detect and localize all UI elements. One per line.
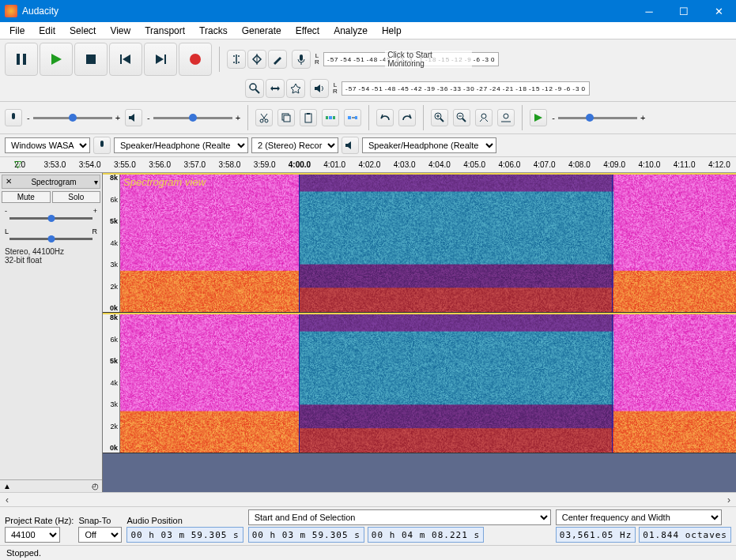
- track-sync-lock-icon[interactable]: ◴: [92, 482, 99, 490]
- zoom-in-button[interactable]: [431, 109, 448, 126]
- track-format-label: Stereo, 44100Hz: [5, 247, 97, 256]
- horizontal-scrollbar[interactable]: ‹ ›: [0, 492, 736, 506]
- snap-to-label: Snap-To: [78, 516, 122, 525]
- menu-analyze[interactable]: Analyze: [327, 24, 374, 38]
- menu-edit[interactable]: Edit: [32, 24, 62, 38]
- spectral-mode-select[interactable]: Center frequency and Width: [556, 509, 722, 525]
- playback-device-select[interactable]: Speaker/Headphone (Realte: [362, 137, 496, 153]
- audio-position-label: Audio Position: [126, 516, 243, 525]
- project-rate-select[interactable]: 44100: [5, 527, 60, 543]
- svg-point-12: [250, 84, 256, 90]
- gain-slider[interactable]: -+: [2, 205, 100, 224]
- timeshift-tool-button[interactable]: [266, 79, 285, 98]
- transport-toolbar: LR -57-54-51-48-45-42-3 Click to Start M…: [0, 39, 736, 80]
- selection-tool-button[interactable]: [227, 50, 246, 69]
- skip-end-button[interactable]: [144, 43, 177, 76]
- playback-volume-slider[interactable]: -+: [147, 113, 240, 122]
- track-menu-dropdown-icon[interactable]: ▾: [94, 178, 98, 186]
- svg-rect-4: [120, 54, 122, 64]
- maximize-button[interactable]: ☐: [666, 0, 701, 22]
- recording-device-select[interactable]: Speaker/Headphone (Realte: [114, 137, 248, 153]
- svg-rect-36: [100, 141, 104, 147]
- track-bitdepth-label: 32-bit float: [5, 256, 97, 265]
- envelope-tool-button[interactable]: [247, 50, 266, 69]
- svg-marker-37: [345, 141, 351, 149]
- record-meter[interactable]: -57-54-51-48-45-42-3 Click to Start Moni…: [323, 52, 499, 66]
- solo-button[interactable]: Solo: [52, 191, 101, 203]
- menu-effect[interactable]: Effect: [289, 24, 326, 38]
- menu-transport[interactable]: Transport: [138, 24, 191, 38]
- mute-button[interactable]: Mute: [2, 191, 51, 203]
- stop-button[interactable]: [74, 43, 108, 76]
- play-at-speed-button[interactable]: [530, 109, 547, 126]
- silence-button[interactable]: [344, 109, 361, 126]
- svg-line-30: [440, 118, 443, 122]
- spectrogram-right[interactable]: [120, 314, 736, 452]
- zoom-out-button[interactable]: [453, 109, 470, 126]
- selection-end-field[interactable]: 00 h 04 m 08.221 s: [368, 527, 484, 543]
- svg-point-33: [481, 114, 486, 118]
- track-collapse-button[interactable]: ▲: [3, 482, 11, 490]
- track-area: ✕ Spectrogram ▾ Mute Solo -+ LR Stereo, …: [0, 173, 736, 492]
- fit-selection-button[interactable]: [475, 109, 493, 126]
- svg-rect-15: [12, 113, 15, 119]
- selection-mode-select[interactable]: Start and End of Selection: [248, 509, 551, 525]
- pan-slider[interactable]: LR: [2, 226, 100, 244]
- scroll-left-button[interactable]: ‹: [0, 494, 14, 506]
- center-frequency-field[interactable]: 03,561.05 Hz: [556, 527, 636, 543]
- spectrogram-left[interactable]: Spectrogram view: [120, 175, 736, 312]
- multi-tool-button[interactable]: [286, 79, 305, 98]
- channel-right: 8k6k5k4k3k2k0k: [103, 313, 736, 453]
- draw-tool-button[interactable]: [268, 50, 287, 69]
- play-button[interactable]: [40, 43, 73, 76]
- record-button[interactable]: [179, 43, 212, 76]
- copy-button[interactable]: [277, 109, 295, 126]
- edit-toolbar: -+ -+ -+: [0, 102, 736, 134]
- skip-start-button[interactable]: [109, 43, 142, 76]
- zoom-tool-button[interactable]: [245, 79, 264, 98]
- audio-position-field[interactable]: 00 h 03 m 59.305 s: [126, 527, 243, 543]
- menu-generate[interactable]: Generate: [236, 24, 288, 38]
- device-toolbar: Windows WASA Speaker/Headphone (Realte 2…: [0, 134, 736, 157]
- fit-project-button[interactable]: [497, 109, 515, 126]
- track-close-button[interactable]: ✕: [4, 177, 13, 186]
- menu-file[interactable]: File: [3, 24, 31, 38]
- app-logo-icon: [5, 5, 17, 17]
- track-view[interactable]: 8k6k5k4k3k2k0k Spectrogram view 8k6k5k4k…: [103, 173, 736, 492]
- speaker-level-icon: [125, 109, 142, 126]
- mic-icon: [292, 50, 311, 69]
- trim-button[interactable]: [322, 109, 339, 126]
- menu-select[interactable]: Select: [63, 24, 102, 38]
- svg-line-32: [462, 118, 466, 122]
- bandwidth-field[interactable]: 01.844 octaves: [639, 527, 731, 543]
- svg-marker-14: [315, 85, 320, 92]
- menu-view[interactable]: View: [104, 24, 137, 38]
- record-volume-slider[interactable]: -+: [27, 113, 120, 122]
- minimize-button[interactable]: ─: [632, 0, 666, 22]
- cut-button[interactable]: [255, 109, 273, 126]
- y-axis-right: 8k6k5k4k3k2k0k: [103, 314, 120, 452]
- close-button[interactable]: ✕: [701, 0, 736, 22]
- menu-tracks[interactable]: Tracks: [193, 24, 234, 38]
- playback-meter[interactable]: -57-54-51-48-45-42-39-36-33-30-27-24-21-…: [342, 81, 590, 96]
- redo-button[interactable]: [398, 109, 416, 126]
- timeline-ruler[interactable]: ▽ 2.03:53.03:54.03:55.03:56.03:57.03:58.…: [0, 157, 736, 173]
- scroll-right-button[interactable]: ›: [722, 494, 736, 506]
- svg-rect-28: [355, 116, 357, 119]
- selection-start-field[interactable]: 00 h 03 m 59.305 s: [248, 527, 364, 543]
- svg-rect-3: [86, 54, 96, 64]
- paste-button[interactable]: [300, 109, 317, 126]
- track-name-label[interactable]: Spectrogram: [31, 178, 76, 186]
- audio-host-select[interactable]: Windows WASA: [5, 137, 90, 153]
- svg-rect-11: [300, 54, 303, 61]
- y-axis-left: 8k6k5k4k3k2k0k: [103, 175, 120, 312]
- svg-rect-1: [23, 54, 26, 65]
- playhead-icon[interactable]: ▽: [14, 159, 21, 170]
- snap-to-select[interactable]: Off: [78, 527, 122, 543]
- recording-channels-select[interactable]: 2 (Stereo) Recor: [251, 137, 338, 153]
- menu-help[interactable]: Help: [376, 24, 408, 38]
- empty-track-area[interactable]: [103, 453, 736, 493]
- playback-speed-slider[interactable]: -+: [552, 113, 645, 122]
- pause-button[interactable]: [5, 43, 38, 76]
- undo-button[interactable]: [376, 109, 394, 126]
